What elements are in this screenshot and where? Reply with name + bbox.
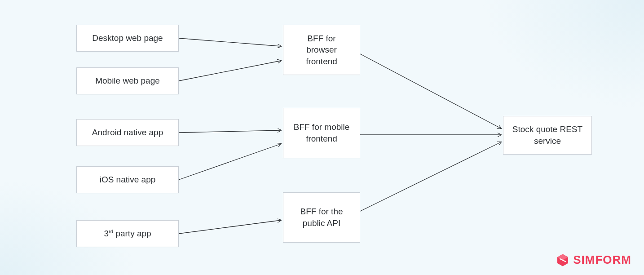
bff-mobile-frontend: BFF for mobile frontend xyxy=(283,108,360,158)
bff-label: BFF for mobile frontend xyxy=(291,121,352,144)
brand-logo: SIMFORM xyxy=(556,253,631,267)
client-label: 3rd party app xyxy=(85,228,170,240)
bff-label: BFF for the public API xyxy=(291,206,352,229)
client-android-native-app: Android native app xyxy=(76,119,179,146)
bff-public-api: BFF for the public API xyxy=(283,192,360,243)
edge-bff-public-to-stock xyxy=(360,142,501,211)
edge-ios-to-bff-mobile xyxy=(179,144,281,180)
bff-label: BFF for browser frontend xyxy=(291,33,352,67)
client-ios-native-app: iOS native app xyxy=(76,166,179,193)
client-label: Desktop web page xyxy=(85,32,170,44)
edge-bff-browser-to-stock xyxy=(360,54,501,129)
brand-name: SIMFORM xyxy=(573,253,631,267)
edge-third-to-bff-public xyxy=(179,220,281,234)
edge-mobweb-to-bff-browser xyxy=(179,61,281,81)
client-desktop-web-page: Desktop web page xyxy=(76,25,179,52)
client-label: iOS native app xyxy=(85,174,170,186)
client-label: Mobile web page xyxy=(85,75,170,87)
service-label: Stock quote REST service xyxy=(512,124,583,146)
client-label: Android native app xyxy=(85,127,170,138)
client-mobile-web-page: Mobile web page xyxy=(76,67,179,94)
bff-browser-frontend: BFF for browser frontend xyxy=(283,25,360,75)
edge-desktop-to-bff-browser xyxy=(179,38,281,46)
simform-icon xyxy=(556,253,569,267)
edge-android-to-bff-mobile xyxy=(179,130,281,133)
service-stock-quote-rest: Stock quote REST service xyxy=(503,116,592,155)
client-third-party-app: 3rd party app xyxy=(76,220,179,247)
